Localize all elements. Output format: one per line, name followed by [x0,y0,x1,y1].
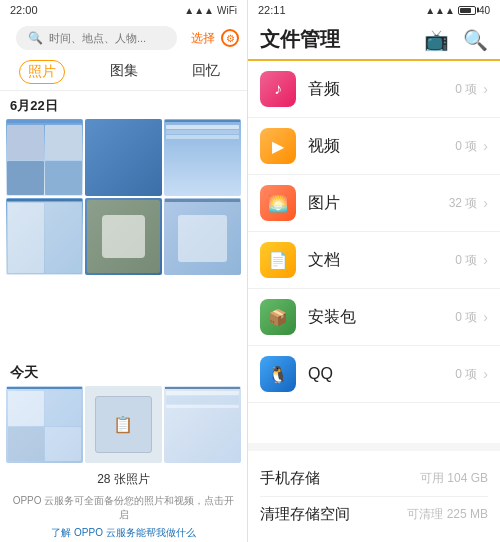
photo-thumb-today[interactable] [6,386,83,463]
search-input[interactable] [49,32,165,44]
signal-icon: ▲▲▲ [184,5,214,16]
header-icons: 📺 🔍 [424,28,488,52]
doc-icon: 📄 [260,242,296,278]
date-label: 6月22日 [0,91,247,119]
file-list: ♪ 音频 0 项 › ▶ 视频 0 项 › 🌅 图片 32 项 › 📄 [248,61,500,443]
chevron-right-icon: › [483,138,488,154]
clean-label: 清理存储空间 [260,505,350,524]
cloud-link-text[interactable]: 了解 OPPO 云服务能帮我做什么 [51,527,195,538]
file-item-apk[interactable]: 📦 安装包 0 项 › [248,289,500,346]
photo-grid-1 [6,119,241,275]
doc-label: 文档 [308,250,455,271]
video-icon: ▶ [260,128,296,164]
right-panel: 22:11 ▲▲▲ 40 文件管理 📺 🔍 ♪ 音频 0 项 › ▶ 视频 [248,0,500,542]
search-icon[interactable]: 🔍 [463,28,488,52]
tab-memories[interactable]: 回忆 [184,60,228,84]
photos-count: 28 张照片 [0,463,247,492]
qq-icon: 🐧 [260,356,296,392]
apk-icon: 📦 [260,299,296,335]
photo-thumb-today[interactable] [164,386,241,463]
settings-icon[interactable]: ⚙ [221,29,239,47]
chevron-right-icon: › [483,366,488,382]
battery-icon [458,6,476,15]
search-icon: 🔍 [28,31,43,45]
qq-count: 0 项 [455,366,477,383]
chevron-right-icon: › [483,309,488,325]
file-item-audio[interactable]: ♪ 音频 0 项 › [248,61,500,118]
file-item-video[interactable]: ▶ 视频 0 项 › [248,118,500,175]
photo-thumb[interactable] [6,119,83,196]
photo-grid-today: 📋 [0,386,247,463]
file-manager-title: 文件管理 [260,26,340,53]
right-status-icons: ▲▲▲ 40 [425,5,490,16]
storage-value: 可用 104 GB [420,470,488,487]
select-button[interactable]: 选择 [191,30,215,47]
photo-thumb[interactable] [164,119,241,196]
chevron-right-icon: › [483,81,488,97]
storage-label: 手机存储 [260,469,320,488]
chevron-right-icon: › [483,195,488,211]
photo-thumb[interactable] [164,198,241,275]
battery-percent: 40 [479,5,490,16]
image-label: 图片 [308,193,449,214]
today-label: 今天 [0,356,247,386]
photo-thumb[interactable] [85,198,162,275]
chevron-right-icon: › [483,252,488,268]
wifi-icon: WiFi [217,5,237,16]
storage-section: 手机存储 可用 104 GB 清理存储空间 可清理 225 MB [248,443,500,542]
clean-item[interactable]: 清理存储空间 可清理 225 MB [260,497,488,532]
left-status-icons: ▲▲▲ WiFi [184,5,237,16]
tv-icon[interactable]: 📺 [424,28,449,52]
tab-row: 照片 图集 回忆 [0,56,247,91]
left-time: 22:00 [10,4,38,16]
video-count: 0 项 [455,138,477,155]
audio-label: 音频 [308,79,455,100]
image-count: 32 项 [449,195,478,212]
photo-thumb[interactable] [6,198,83,275]
apk-label: 安装包 [308,307,455,328]
storage-item[interactable]: 手机存储 可用 104 GB [260,461,488,496]
image-icon: 🌅 [260,185,296,221]
audio-count: 0 项 [455,81,477,98]
clean-value: 可清理 225 MB [407,506,488,523]
cloud-link[interactable]: 了解 OPPO 云服务能帮我做什么 [0,524,247,542]
left-panel: 22:00 ▲▲▲ WiFi 🔍 选择 ⚙ 照片 图集 回忆 6月22日 [0,0,248,542]
video-label: 视频 [308,136,455,157]
right-status-bar: 22:11 ▲▲▲ 40 [248,0,500,20]
search-bar[interactable]: 🔍 [16,26,177,50]
photo-thumb[interactable] [85,119,162,196]
photo-thumb-today[interactable]: 📋 [85,386,162,463]
audio-icon: ♪ [260,71,296,107]
apk-count: 0 项 [455,309,477,326]
photo-grid-section-1 [0,119,247,356]
tab-photos[interactable]: 照片 [19,60,65,84]
doc-count: 0 项 [455,252,477,269]
file-item-qq[interactable]: 🐧 QQ 0 项 › [248,346,500,403]
right-time: 22:11 [258,4,286,16]
file-item-doc[interactable]: 📄 文档 0 项 › [248,232,500,289]
file-header: 文件管理 📺 🔍 [248,20,500,61]
right-signal-icon: ▲▲▲ [425,5,455,16]
cloud-info: OPPO 云服务可全面备份您的照片和视频，点击开启 [0,492,247,524]
left-status-bar: 22:00 ▲▲▲ WiFi [0,0,247,20]
file-item-image[interactable]: 🌅 图片 32 项 › [248,175,500,232]
tab-albums[interactable]: 图集 [102,60,146,84]
qq-label: QQ [308,365,455,383]
